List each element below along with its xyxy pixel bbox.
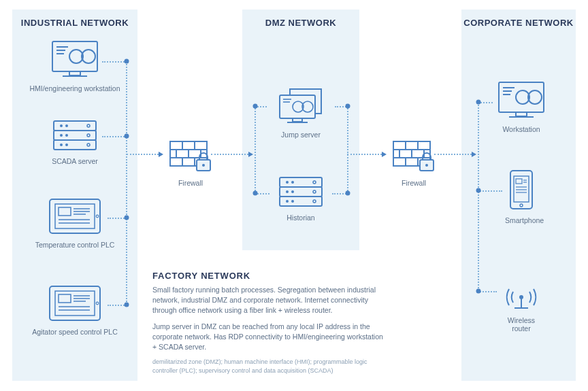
node-historian: Historian bbox=[270, 175, 332, 222]
workstation-icon bbox=[50, 39, 99, 79]
dot bbox=[476, 100, 481, 105]
node-workstation: Workstation bbox=[494, 80, 549, 133]
node-agit-plc-label: Agitator speed control PLC bbox=[30, 328, 120, 336]
dot bbox=[125, 134, 129, 139]
node-temp-plc: Temperature control PLC bbox=[30, 197, 120, 249]
node-firewall-2-label: Firewall bbox=[387, 179, 441, 187]
node-historian-label: Historian bbox=[270, 214, 332, 222]
arrow bbox=[472, 152, 476, 157]
smartphone-icon bbox=[508, 169, 534, 211]
dot bbox=[253, 191, 258, 196]
node-firewall-1: Firewall bbox=[163, 139, 218, 187]
tablet-icon bbox=[48, 284, 102, 322]
conn-scada bbox=[102, 136, 127, 137]
server-icon bbox=[278, 175, 324, 208]
conn-ind-fw1 bbox=[127, 154, 159, 155]
node-hmi: HMI/engineering workstation bbox=[26, 39, 124, 92]
node-jump-label: Jump server bbox=[267, 131, 335, 139]
dot bbox=[125, 216, 129, 220]
firewall-icon bbox=[391, 139, 436, 173]
dot bbox=[253, 104, 258, 109]
dot bbox=[476, 289, 481, 294]
node-scada-label: SCADA server bbox=[33, 157, 117, 165]
node-router-label: Wireless router bbox=[498, 316, 544, 333]
description-heading: FACTORY NETWORK bbox=[152, 271, 384, 281]
bus-dmz-left bbox=[255, 106, 256, 193]
node-hmi-label: HMI/engineering workstation bbox=[26, 84, 124, 92]
node-firewall-1-label: Firewall bbox=[163, 179, 218, 187]
dot bbox=[346, 104, 350, 109]
firewall-icon bbox=[168, 139, 213, 173]
conn-fw1-dmz bbox=[211, 154, 248, 155]
panel-dmz-title: DMZ NETWORK bbox=[242, 18, 359, 28]
tablet-icon bbox=[48, 197, 102, 235]
node-workstation-label: Workstation bbox=[494, 125, 549, 133]
dot bbox=[476, 188, 481, 193]
node-temp-plc-label: Temperature control PLC bbox=[30, 241, 120, 249]
dot bbox=[346, 191, 350, 196]
bus-corporate bbox=[478, 102, 479, 291]
conn-phone bbox=[478, 190, 502, 192]
server-icon bbox=[52, 119, 98, 152]
node-agit-plc: Agitator speed control PLC bbox=[30, 284, 120, 336]
panel-corporate-title: CORPORATE NETWORK bbox=[461, 18, 576, 28]
node-jump: Jump server bbox=[267, 87, 335, 139]
bus-dmz-right bbox=[347, 106, 348, 193]
description-block: FACTORY NETWORK Small factory running ba… bbox=[152, 271, 384, 375]
node-phone: Smartphone bbox=[505, 169, 538, 224]
conn-hmi bbox=[102, 61, 127, 63]
arrow bbox=[159, 152, 163, 157]
node-phone-label: Smartphone bbox=[505, 216, 538, 224]
jump-server-icon bbox=[278, 87, 324, 125]
workstation-icon bbox=[497, 80, 546, 120]
description-p2: Jump server in DMZ can be reached from a… bbox=[152, 322, 384, 353]
arrow bbox=[248, 152, 253, 157]
conn-dmz-fw2 bbox=[347, 154, 382, 155]
bus-industrial bbox=[126, 61, 127, 305]
node-scada: SCADA server bbox=[33, 119, 117, 165]
wifi-router-icon bbox=[501, 269, 542, 311]
dot bbox=[125, 303, 129, 307]
conn-fw2-corp bbox=[434, 154, 472, 155]
dot bbox=[125, 59, 129, 64]
arrow bbox=[382, 152, 387, 157]
node-firewall-2: Firewall bbox=[387, 139, 441, 187]
description-p1: Small factory running batch processes. S… bbox=[152, 285, 384, 316]
node-router: Wireless router bbox=[498, 269, 544, 333]
panel-industrial-title: INDUSTRIAL NETWORK bbox=[12, 18, 137, 28]
glossary: demilitarized zone (DMZ); human machine … bbox=[152, 358, 384, 375]
